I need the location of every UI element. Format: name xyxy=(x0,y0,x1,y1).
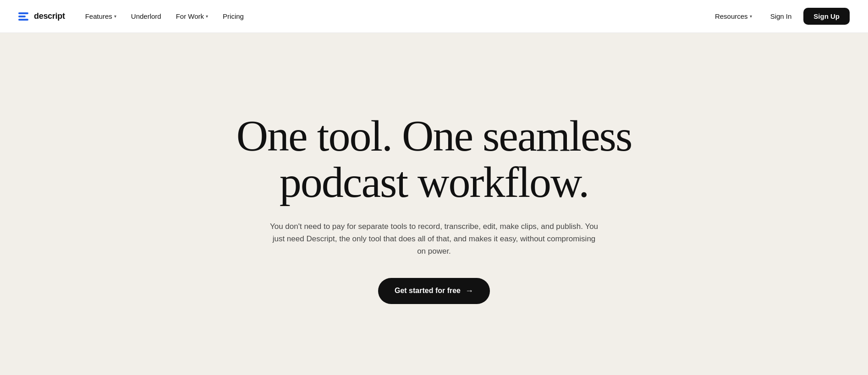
logo-icon xyxy=(18,12,28,21)
nav-right: Resources ▾ Sign In Sign Up xyxy=(709,8,850,25)
hero-title: One tool. One seamless podcast workflow. xyxy=(236,113,632,206)
sign-in-button[interactable]: Sign In xyxy=(762,9,800,24)
chevron-down-icon: ▾ xyxy=(750,14,752,19)
navbar: descript Features ▾ Underlord For Work ▾… xyxy=(0,0,868,33)
nav-link-features[interactable]: Features ▾ xyxy=(79,9,123,24)
nav-links-left: Features ▾ Underlord For Work ▾ Pricing xyxy=(79,9,250,24)
nav-left: descript Features ▾ Underlord For Work ▾… xyxy=(18,9,250,24)
chevron-down-icon: ▾ xyxy=(206,14,208,19)
nav-link-pricing[interactable]: Pricing xyxy=(216,9,250,24)
cta-button[interactable]: Get started for free → xyxy=(378,278,490,304)
arrow-icon: → xyxy=(465,286,473,296)
logo-text: descript xyxy=(34,11,65,21)
nav-link-underlord[interactable]: Underlord xyxy=(125,9,168,24)
chevron-down-icon: ▾ xyxy=(114,14,116,19)
logo-link[interactable]: descript xyxy=(18,11,65,21)
sign-up-button[interactable]: Sign Up xyxy=(803,8,850,25)
hero-section: One tool. One seamless podcast workflow.… xyxy=(0,33,868,375)
nav-link-for-work[interactable]: For Work ▾ xyxy=(170,9,214,24)
nav-link-resources[interactable]: Resources ▾ xyxy=(709,9,758,24)
hero-subtitle: You don't need to pay for separate tools… xyxy=(269,220,599,258)
